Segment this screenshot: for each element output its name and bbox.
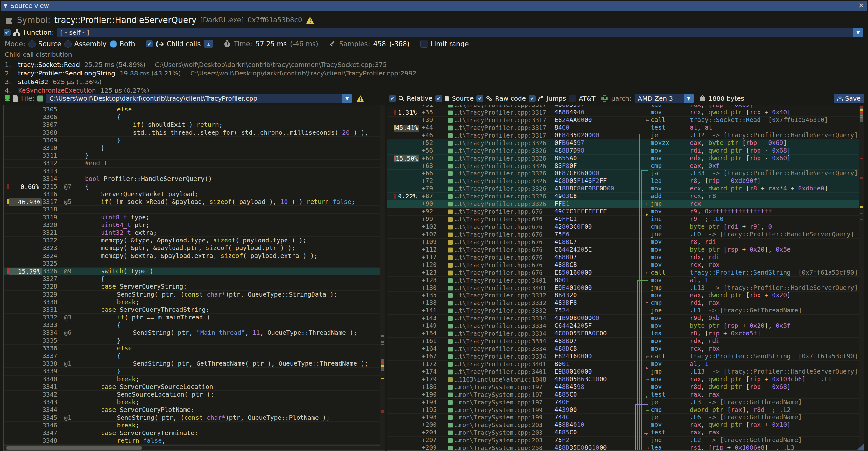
checkbox-icon[interactable]: ✔ — [435, 95, 442, 102]
source-line-row[interactable]: 3327{ — [3, 275, 384, 283]
asm-row[interactable]: +102…t\TracyProfiler.hpp:67642803C0F00cm… — [388, 223, 864, 231]
asm-row[interactable]: 15.50%+60…t\TracyProfiler.cpp:33268B55A0… — [388, 155, 864, 162]
source-line-row[interactable]: 3310} — [3, 144, 384, 152]
asm-row[interactable]: +167…t\TracyProfiler.cpp:3334E824160000←… — [388, 353, 864, 361]
asm-row[interactable]: +120…t\TracyProfiler.hpp:676488BCBmovrcx… — [388, 262, 864, 269]
source-line-row[interactable]: 0.66%3315@7{ — [3, 183, 384, 190]
child-call-entry[interactable]: 1.tracy::Socket::Read25.25 ms (54.89%)C:… — [5, 60, 610, 69]
source-line-row[interactable]: 3320uint64_t ptr; — [3, 221, 384, 229]
radio-icon[interactable] — [28, 40, 36, 48]
asm-row[interactable]: 45.41%+44…t\TracyProfiler.cpp:331784C0te… — [388, 124, 864, 132]
source-line-row[interactable]: 3309} — [3, 137, 384, 144]
source-line-row[interactable]: 3332@3if( ptr == m_mainThread ) — [3, 314, 384, 321]
chevron-down-icon[interactable]: ▼ — [854, 28, 863, 37]
asm-row[interactable]: +179…1103\include\atomic:1048488B05B63C1… — [388, 376, 864, 384]
source-line-row[interactable]: 3312#endif — [3, 159, 384, 167]
asm-row[interactable]: +193…mon\TracySystem.cpp:197740Eje.L3 ->… — [388, 399, 864, 407]
source-line-row[interactable]: 3330break; — [3, 298, 384, 306]
att-checkbox[interactable]: ✔ AT&T — [569, 95, 595, 102]
source-line-row[interactable]: 3348return false; — [3, 437, 384, 445]
source-line-row[interactable]: 3305else — [3, 106, 384, 113]
source-line-row[interactable]: 3333{ — [3, 321, 384, 329]
chevron-down-icon[interactable]: ▼ — [684, 94, 693, 103]
source-line-row[interactable]: 3338@1SendString( ptr, GetThreadName( pt… — [3, 360, 384, 367]
asm-row[interactable]: +117…t\TracyProfiler.hpp:676488BD7movrdx… — [388, 254, 864, 262]
source-line-row[interactable]: 3335} — [3, 337, 384, 344]
asm-row[interactable]: +154…t\TracyProfiler.cpp:33344C8D055FBA0… — [388, 330, 864, 338]
checkbox-icon[interactable]: ✔ — [389, 95, 396, 102]
source-line-row[interactable]: 46.93%3317@5if( !m_sock->Read( &payload,… — [3, 198, 384, 206]
asm-row[interactable]: +200…mon\TracySystem.cpp:203488B4010movr… — [388, 421, 864, 429]
source-line-row[interactable]: 3343break; — [3, 398, 384, 406]
jumps-checkbox[interactable]: ✔ Jumps — [529, 95, 566, 102]
asm-row[interactable]: +164…t\TracyProfiler.cpp:3334488BCBmovrc… — [388, 345, 864, 353]
scrollbar-thumb[interactable] — [6, 446, 142, 450]
asm-row[interactable]: +92…t\TracyProfiler.hpp:67649C7C1FFFFFFF… — [388, 208, 864, 216]
child-call-entry[interactable]: 4.KeSynchronizeExecution125 µs (0.27%) — [5, 86, 610, 93]
source-line-row[interactable]: 3308std::this_thread::sleep_for( std::ch… — [3, 129, 384, 137]
relative-checkbox[interactable]: ✔ Relative — [389, 95, 433, 102]
checkbox-icon[interactable]: ✔ — [476, 95, 484, 102]
asm-row[interactable]: +174…t\TracyProfiler.cpp:3401E9B8010000j… — [388, 368, 864, 376]
asm-row[interactable]: +207…mon\TracySystem.cpp:20375F2jne.L2 -… — [388, 437, 864, 444]
source-line-row[interactable]: 3346break; — [3, 422, 384, 429]
asm-row[interactable]: +190…mon\TracySystem.cpp:1974885C0testra… — [388, 391, 864, 399]
source-line-row[interactable]: 3339} — [3, 367, 384, 375]
source-line-row[interactable]: 3321uint32_t extra; — [3, 229, 384, 237]
close-icon[interactable]: ✕ — [859, 2, 864, 9]
asm-row[interactable]: +209…mon\TracySystem.cpp:258488D35E88610… — [388, 444, 864, 451]
asm-row[interactable]: +46…t\TracyProfiler.cpp:33170F8435020000… — [388, 132, 864, 140]
asm-row[interactable]: +128…t\TracyProfiler.cpp:3401B001moval, … — [388, 277, 864, 284]
mode-radio-both[interactable]: Both — [110, 40, 135, 48]
source-vertical-scrollbar[interactable] — [380, 105, 384, 450]
asm-row[interactable]: +99…t\TracyProfiler.hpp:67649FFC1incr9 ;… — [388, 216, 864, 223]
source-line-row[interactable]: 3306{ — [3, 113, 384, 121]
source-line-row[interactable]: 3342SendSourceLocation( ptr ); — [3, 391, 384, 398]
source-line-row[interactable]: 3340break; — [3, 375, 384, 383]
source-line-row[interactable]: 3328case ServerQueryString: — [3, 283, 384, 291]
source-line-row[interactable]: 3337{ — [3, 352, 384, 360]
source-checkbox[interactable]: ✔ Source — [435, 95, 474, 102]
asm-row[interactable]: +186…mon\TracySystem.cpp:197448B4598movr… — [388, 384, 864, 391]
checkbox-unchecked-icon[interactable]: ✔ — [569, 95, 577, 102]
source-horizontal-scrollbar[interactable] — [3, 445, 380, 450]
function-checkbox[interactable]: ✔ — [3, 29, 10, 36]
title-bar[interactable]: ▼ Source view ✕ — [1, 1, 867, 11]
save-button[interactable]: Save — [834, 94, 864, 103]
function-select[interactable]: [ - self - ] ▼ — [57, 28, 863, 37]
asm-row[interactable]: +141…t\TracyProfiler.cpp:33327524jne.L1 … — [388, 307, 864, 315]
source-line-row[interactable]: 3344case ServerQueryPlotName: — [3, 406, 384, 414]
source-line-row[interactable]: 3325 — [3, 260, 384, 268]
source-line-row[interactable]: 3318 — [3, 206, 384, 213]
child-calls-checkbox[interactable]: ✔ (➔ Child calls — [146, 40, 200, 48]
asm-row[interactable]: +63…t\TracyProfiler.cpp:332683F80Fcmpeax… — [388, 162, 864, 170]
source-line-row[interactable]: 3347case ServerQueryTerminate: — [3, 429, 384, 437]
mode-radio-assembly[interactable]: Assembly — [64, 40, 106, 48]
asm-row[interactable]: +161…t\TracyProfiler.cpp:3334488BD7movrd… — [388, 338, 864, 345]
asm-row[interactable]: +72…t\TracyProfiler.cpp:33264C8D05F146F2… — [388, 177, 864, 185]
checkbox-icon[interactable]: ✔ — [146, 40, 153, 48]
collapse-triangle-icon[interactable]: ▼ — [4, 3, 7, 8]
assembly-vertical-scrollbar[interactable] — [859, 105, 864, 450]
asm-row[interactable]: 0.22%+87…t\TracyProfiler.cpp:33264903C8a… — [388, 193, 864, 200]
asm-row[interactable]: +123…t\TracyProfiler.hpp:676E850160000←c… — [388, 269, 864, 277]
source-line-row[interactable]: 3331case ServerQueryThreadString: — [3, 306, 384, 314]
asm-row[interactable]: +149…t\TracyProfiler.cpp:3334C64424205Fm… — [388, 322, 864, 330]
raw-code-checkbox[interactable]: ✔ Raw code — [476, 95, 526, 102]
source-line-row[interactable]: 3319uint8_t type; — [3, 214, 384, 221]
source-line-row[interactable]: 15.79%3326@9switch( type ) — [3, 268, 384, 275]
source-line-row[interactable]: 3311} — [3, 152, 384, 159]
source-line-row[interactable]: 3334@6SendString( ptr, "Main thread", 11… — [3, 329, 384, 337]
asm-row[interactable]: 1.31%+35…t\TracyProfiler.cpp:3317488B494… — [388, 109, 864, 117]
source-line-row[interactable]: 3324memcpy( &extra, &payload.extra, size… — [3, 252, 384, 260]
asm-row[interactable]: +204…mon\TracySystem.cpp:2034885C0testra… — [388, 429, 864, 437]
asm-row[interactable]: +130…t\TracyProfiler.cpp:3401E9E4010000j… — [388, 284, 864, 292]
source-line-row[interactable]: 3341case ServerQuerySourceLocation: — [3, 383, 384, 391]
resize-grip[interactable] — [857, 443, 864, 450]
checkbox-unchecked-icon[interactable]: ✔ — [421, 40, 428, 48]
asm-row[interactable]: +90…t\TracyProfiler.cpp:3326FFE1←jmprcx — [388, 200, 864, 208]
child-call-entry[interactable]: 3.stat64i32625 µs (1.36%) — [5, 78, 610, 86]
radio-icon[interactable] — [64, 40, 72, 48]
checkbox-icon[interactable]: ✔ — [529, 95, 536, 102]
child-call-entry[interactable]: 2.tracy::Profiler::SendLongString19.88 m… — [5, 69, 610, 78]
